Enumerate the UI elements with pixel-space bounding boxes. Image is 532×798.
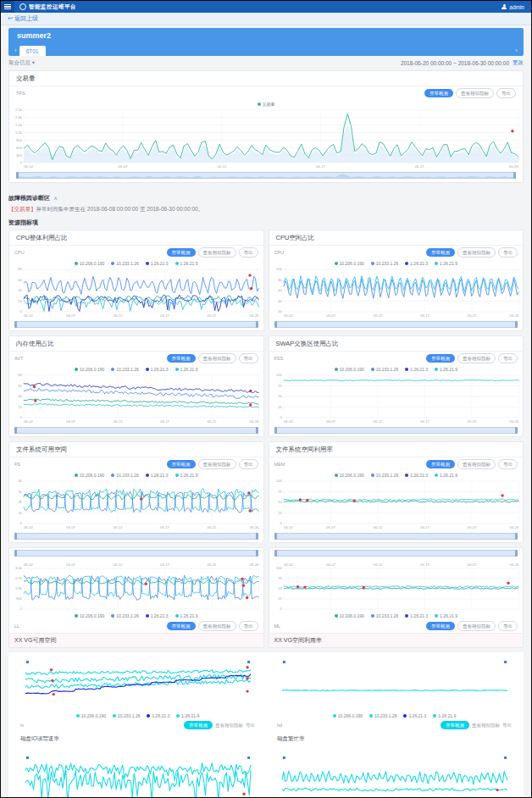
legend-item[interactable]: 10.233.1.26 [113, 713, 140, 718]
panel-chart-canvas[interactable]: 80604020006-0206-0706-1206-1706-2106-26 [9, 373, 263, 425]
legend-item[interactable]: 10.206.0.190 [335, 367, 364, 372]
tabs-prev-icon[interactable]: ‹ [12, 47, 19, 56]
legend-item[interactable]: 10.233.1.26 [111, 367, 138, 372]
legend-item[interactable]: 10.233.1.26 [371, 473, 398, 478]
similar-metrics-button[interactable]: 查看相似指标 [457, 247, 496, 258]
anomaly-detect-button[interactable]: 异常检测 [424, 89, 453, 97]
legend-item[interactable]: 10.206.0.190 [75, 261, 104, 266]
legend-item[interactable]: 10.206.0.190 [335, 613, 364, 618]
legend-item[interactable]: 1.26.21.3 [405, 261, 428, 266]
legend-item[interactable]: 10.233.1.26 [111, 613, 138, 618]
legend-item[interactable]: 1.26.21.3 [403, 713, 426, 718]
export-button[interactable]: 导出 [498, 247, 518, 258]
datazoom-handle-right[interactable] [256, 321, 258, 328]
export-button[interactable]: 导出 [246, 723, 255, 729]
legend-item[interactable]: 10.233.1.26 [371, 367, 398, 372]
legend-item[interactable]: 10.233.1.26 [369, 713, 396, 718]
panel-chart-canvas[interactable]: 100755025006-0206-0706-1206-1706-2106-26 [269, 559, 524, 612]
similar-metrics-button[interactable]: 查看相似指标 [472, 723, 500, 729]
similar-metrics-button[interactable]: 查看相似指标 [456, 88, 494, 98]
legend-item[interactable]: 10.206.0.190 [335, 473, 364, 478]
legend-item[interactable]: 1.26.21.3 [146, 613, 169, 618]
legend-item[interactable]: 10.233.1.26 [371, 261, 398, 266]
main-datazoom-slider[interactable] [16, 172, 516, 179]
legend-item[interactable]: 1.26.21.9 [175, 367, 198, 372]
legend-item[interactable]: 1.26.21.9 [435, 261, 457, 266]
datazoom-handle-right[interactable] [256, 550, 258, 557]
tab-active[interactable]: 6T01 [19, 46, 46, 56]
datazoom-handle-left[interactable] [14, 550, 17, 557]
similar-metrics-button[interactable]: 查看相似指标 [198, 459, 236, 469]
similar-metrics-button[interactable]: 查看相似指标 [198, 247, 236, 258]
similar-metrics-button[interactable]: 查看相似指标 [457, 621, 496, 631]
datazoom-handle-right[interactable] [515, 321, 518, 328]
export-button[interactable]: 导出 [498, 459, 518, 469]
legend-item[interactable]: 10.233.1.26 [111, 261, 138, 266]
datazoom-slider[interactable] [274, 321, 518, 328]
datazoom-slider[interactable] [274, 533, 518, 540]
anomaly-detect-button[interactable]: 异常检测 [426, 248, 455, 257]
datazoom-handle-right[interactable] [515, 427, 518, 434]
export-button[interactable]: 导出 [498, 353, 518, 363]
legend-item[interactable]: 10.206.0.190 [75, 613, 104, 618]
legend-item[interactable]: 10.206.0.190 [76, 713, 106, 718]
legend-item[interactable]: 1.26.21.9 [435, 473, 457, 478]
datazoom-handle-right[interactable] [515, 550, 518, 557]
datazoom-handle-left[interactable] [274, 427, 277, 434]
tabs-next-icon[interactable]: › [513, 47, 520, 56]
datazoom-slider[interactable] [274, 427, 518, 434]
panel-chart-canvas[interactable]: 100755025006-0206-0706-1206-1706-2106-26 [269, 479, 524, 531]
datazoom-handle-left[interactable] [14, 321, 17, 328]
legend-item[interactable]: 10.206.0.190 [335, 261, 364, 266]
datazoom-handle-left[interactable] [14, 533, 17, 540]
similar-metrics-button[interactable]: 查看相似指标 [457, 353, 496, 363]
datazoom-handle-right[interactable] [256, 427, 258, 434]
anomaly-detect-button[interactable]: 异常检测 [167, 248, 196, 257]
datazoom-slider[interactable] [14, 550, 258, 557]
datazoom-handle-left[interactable] [16, 172, 19, 179]
datazoom-handle-right[interactable] [515, 533, 518, 540]
main-chart-canvas[interactable]: 2.1k1.8k1.5k1.2k900600300006-0206-0706-1… [9, 108, 523, 170]
legend-item[interactable]: 10.206.0.190 [75, 367, 104, 372]
similar-metrics-button[interactable]: 查看相似指标 [198, 621, 236, 631]
anomaly-detect-button[interactable]: 异常检测 [426, 460, 455, 468]
legend-item[interactable]: 1.26.21.3 [405, 613, 428, 618]
legend-item[interactable]: 1.26.21.3 [146, 261, 169, 266]
export-button[interactable]: 导出 [502, 723, 512, 729]
panel-chart-canvas[interactable]: 80604020006-0206-0706-1206-1706-2106-26 [9, 267, 263, 319]
legend-item[interactable]: 1.26.21.3 [147, 713, 169, 718]
panel-chart-canvas[interactable]: 1008060402006-0206-0706-1206-1706-2106-2… [269, 267, 524, 319]
hamburger-menu-icon[interactable] [1, 1, 14, 13]
datazoom-slider[interactable] [274, 550, 518, 557]
change-range-link[interactable]: 更改 [513, 59, 524, 67]
export-button[interactable]: 导出 [239, 459, 258, 469]
legend-item[interactable]: 1.26.21.9 [435, 613, 457, 618]
datazoom-slider[interactable] [14, 533, 258, 540]
legend-item[interactable]: 1.26.21.9 [175, 613, 198, 618]
legend-item[interactable]: 10.233.1.26 [371, 613, 398, 618]
anomaly-detect-button[interactable]: 异常检测 [441, 721, 469, 729]
legend-item[interactable]: 1.26.21.3 [405, 473, 428, 478]
legend-item[interactable]: 1.26.21.3 [405, 367, 428, 372]
similar-metrics-button[interactable]: 查看相似指标 [215, 723, 243, 729]
anomaly-detect-button[interactable]: 异常检测 [426, 622, 455, 630]
panel-chart-canvas[interactable]: 4k3k2k1k006-0206-0706-1206-1706-2106-26 [9, 479, 263, 531]
similar-metrics-button[interactable]: 查看相似指标 [198, 353, 236, 363]
panel-chart-canvas[interactable]: 3.6k2.7k1.8k900006-0206-0706-1206-1706-2… [9, 559, 263, 612]
datazoom-slider[interactable] [14, 427, 258, 434]
datazoom-handle-right[interactable] [256, 533, 258, 540]
legend-item[interactable]: 10.206.0.190 [75, 473, 104, 478]
anomaly-detect-button[interactable]: 异常检测 [167, 622, 196, 630]
panel-chart-canvas[interactable] [277, 657, 512, 712]
legend-item[interactable]: 10.206.0.190 [333, 713, 363, 718]
legend-item[interactable]: 10.233.1.26 [111, 473, 138, 478]
panel-chart-canvas[interactable] [20, 753, 255, 798]
anomaly-detect-button[interactable]: 异常检测 [167, 354, 196, 363]
export-button[interactable]: 导出 [239, 247, 258, 258]
legend-item[interactable]: 1.26.21.9 [435, 367, 457, 372]
legend-item[interactable]: 1.26.21.9 [433, 713, 456, 718]
collapse-icon[interactable]: ∧ [53, 196, 57, 201]
datazoom-handle-left[interactable] [274, 550, 277, 557]
datazoom-handle-left[interactable] [274, 321, 277, 328]
panel-chart-canvas[interactable]: 100755025006-0206-0706-1206-1706-2106-26 [269, 373, 524, 425]
